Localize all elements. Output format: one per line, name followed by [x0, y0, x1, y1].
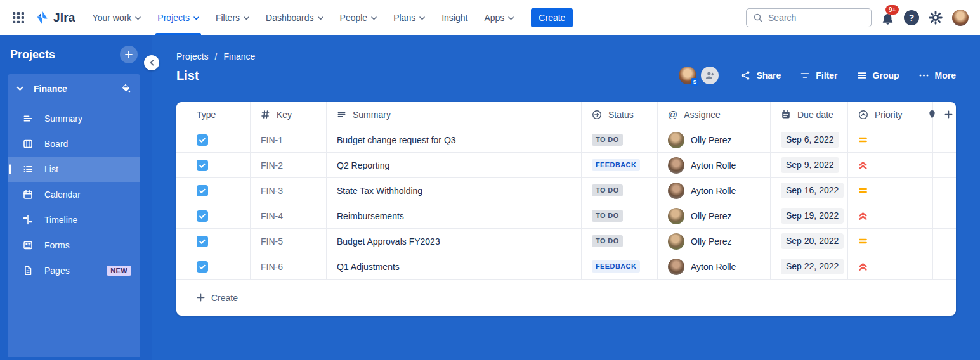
priority-cell[interactable] — [848, 203, 917, 229]
key-cell[interactable]: FIN-3 — [251, 178, 327, 203]
sidebar-item-summary[interactable]: Summary — [8, 106, 140, 131]
priority-cell[interactable] — [848, 229, 917, 254]
column-header-due-date[interactable]: Due date — [771, 102, 848, 127]
notifications-button[interactable]: 9+ — [881, 9, 894, 26]
member-avatar[interactable]: S — [679, 67, 696, 84]
priority-cell[interactable] — [848, 153, 917, 178]
task-icon — [197, 185, 208, 196]
assignee-cell[interactable]: Olly Perez — [658, 229, 771, 254]
sidebar-item-list[interactable]: List — [8, 157, 140, 182]
breadcrumb-projects[interactable]: Projects — [176, 51, 209, 61]
summary-cell[interactable]: Q1 Adjustments — [327, 254, 582, 280]
status-cell[interactable]: TO DO — [582, 203, 658, 229]
summary-cell[interactable]: State Tax Withholding — [327, 178, 582, 203]
column-header-type[interactable]: Type — [176, 102, 251, 127]
sidebar-item-timeline[interactable]: Timeline — [8, 207, 140, 233]
due-date-cell[interactable]: Sep 20, 2022 — [771, 229, 848, 254]
due-date-cell[interactable]: Sep 9, 2022 — [771, 153, 848, 178]
search-box[interactable] — [746, 8, 872, 27]
search-icon — [753, 13, 763, 23]
avatar-stack: S — [679, 67, 719, 84]
plus-icon — [944, 110, 953, 119]
summary-cell[interactable]: Q2 Reporting — [327, 153, 582, 178]
nav-item-filters[interactable]: Filters — [207, 0, 258, 35]
type-cell[interactable] — [176, 254, 251, 280]
create-button[interactable]: Create — [531, 8, 573, 27]
type-cell[interactable] — [176, 127, 251, 153]
more-button[interactable]: More — [918, 70, 956, 80]
column-header-status[interactable]: Status — [582, 102, 658, 127]
nav-item-people[interactable]: People — [332, 0, 386, 35]
collapse-sidebar-button[interactable] — [144, 55, 159, 70]
key-cell[interactable]: FIN-2 — [251, 153, 327, 178]
status-cell[interactable]: TO DO — [582, 127, 658, 153]
nav-item-dashboards[interactable]: Dashboards — [258, 0, 332, 35]
group-button[interactable]: Group — [857, 70, 899, 80]
sidebar-nav: SummaryBoardListCalendarTimelineFormsPag… — [8, 103, 140, 283]
sidebar-title: Projects — [10, 48, 55, 61]
priority-cell[interactable] — [848, 254, 917, 280]
priority-high-icon — [858, 262, 868, 271]
key-cell[interactable]: FIN-1 — [251, 127, 327, 153]
assignee-cell[interactable]: Olly Perez — [658, 127, 771, 153]
assignee-cell[interactable]: Olly Perez — [658, 203, 771, 229]
nav-item-your-work[interactable]: Your work — [84, 0, 150, 35]
project-selector[interactable]: Finance — [8, 74, 140, 103]
due-date-cell[interactable]: Sep 19, 2022 — [771, 203, 848, 229]
summary-cell[interactable]: Reimbursements — [327, 203, 582, 229]
filter-button[interactable]: Filter — [800, 70, 837, 80]
help-icon[interactable]: ? — [904, 10, 919, 25]
add-project-button[interactable] — [120, 46, 138, 63]
jira-logo[interactable]: Jira — [34, 10, 75, 25]
breadcrumb-finance[interactable]: Finance — [223, 51, 255, 61]
search-input[interactable] — [768, 13, 865, 23]
plus-icon — [196, 293, 206, 302]
share-button[interactable]: Share — [740, 70, 781, 80]
summary-cell[interactable]: Budget Approvals FY2023 — [327, 229, 582, 254]
user-avatar[interactable] — [952, 10, 969, 26]
due-date-cell[interactable]: Sep 16, 2022 — [771, 178, 848, 203]
due-date-chip: Sep 6, 2022 — [781, 132, 839, 148]
column-header-assignee[interactable]: @Assignee — [658, 102, 771, 127]
column-header-key[interactable]: Key — [251, 102, 327, 127]
assignee-cell[interactable]: Ayton Rolle — [658, 153, 771, 178]
column-header-summary[interactable]: Summary — [327, 102, 582, 127]
status-cell[interactable]: FEEDBACK — [582, 254, 658, 280]
due-date-cell[interactable]: Sep 22, 2022 — [771, 254, 848, 280]
nav-item-projects[interactable]: Projects — [149, 0, 207, 35]
nav-item-insight[interactable]: Insight — [433, 0, 476, 35]
sidebar-item-board[interactable]: Board — [8, 131, 140, 157]
column-header-priority[interactable]: Priority — [848, 102, 917, 127]
type-cell[interactable] — [176, 153, 251, 178]
priority-cell[interactable] — [848, 127, 917, 153]
status-cell[interactable]: TO DO — [582, 178, 658, 203]
key-cell[interactable]: FIN-6 — [251, 254, 327, 280]
settings-gear-icon[interactable] — [929, 11, 943, 25]
at-icon: @ — [668, 109, 677, 120]
add-column-header[interactable] — [925, 102, 956, 127]
create-issue-button[interactable]: Create — [176, 280, 956, 316]
project-panel: Finance SummaryBoardListCalendarTimeline… — [8, 74, 140, 357]
key-cell[interactable]: FIN-4 — [251, 203, 327, 229]
key-cell[interactable]: FIN-5 — [251, 229, 327, 254]
priority-cell[interactable] — [848, 178, 917, 203]
pages-icon — [23, 266, 33, 276]
app-switcher-icon[interactable] — [10, 10, 27, 26]
type-cell[interactable] — [176, 203, 251, 229]
chevron-down-icon — [193, 16, 199, 20]
type-cell[interactable] — [176, 229, 251, 254]
summary-cell[interactable]: Budget change request for Q3 — [327, 127, 582, 153]
status-cell[interactable]: FEEDBACK — [582, 153, 658, 178]
paint-bucket-icon[interactable] — [121, 83, 131, 94]
sidebar-item-pages[interactable]: PagesNEW — [8, 258, 140, 283]
add-people-button[interactable] — [701, 67, 719, 84]
assignee-cell[interactable]: Ayton Rolle — [658, 254, 771, 280]
status-cell[interactable]: TO DO — [582, 229, 658, 254]
sidebar-item-forms[interactable]: Forms — [8, 233, 140, 258]
sidebar-item-calendar[interactable]: Calendar — [8, 182, 140, 207]
assignee-cell[interactable]: Ayton Rolle — [658, 178, 771, 203]
nav-item-plans[interactable]: Plans — [385, 0, 433, 35]
nav-item-apps[interactable]: Apps — [476, 0, 522, 35]
due-date-cell[interactable]: Sep 6, 2022 — [771, 127, 848, 153]
type-cell[interactable] — [176, 178, 251, 203]
